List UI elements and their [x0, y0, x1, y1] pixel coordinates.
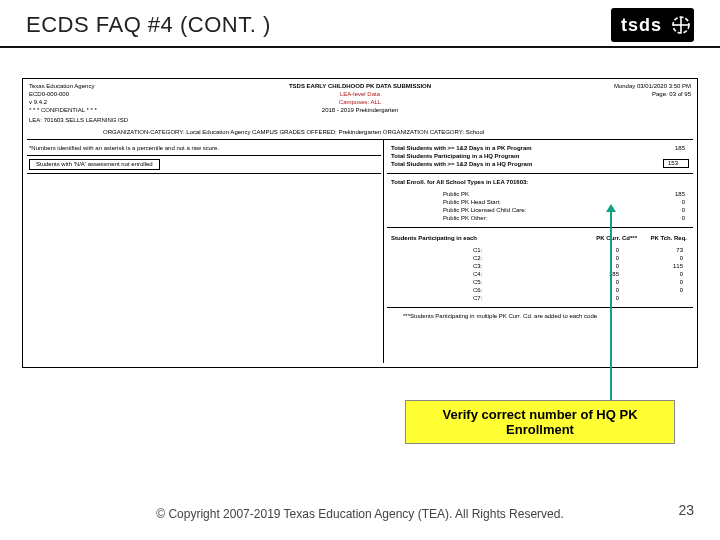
- col-header-1: PK Curr. Cd***: [596, 235, 637, 242]
- separator-2b: [27, 173, 381, 174]
- copyright-text: © Copyright 2007-2019 Texas Education Ag…: [0, 507, 720, 522]
- page-label: Page: 03 of 95: [652, 91, 691, 98]
- separator-3: [387, 173, 693, 174]
- enroll-title: Total Enroll. for All School Types in LE…: [391, 179, 528, 186]
- globe-icon: [668, 12, 694, 38]
- p-row-3-l: C4:: [473, 271, 482, 278]
- enroll-row-2-v: 0: [682, 207, 685, 214]
- enroll-row-0-v: 185: [675, 191, 685, 198]
- p-row-1-l: C2:: [473, 255, 482, 262]
- participating-footnote: ***Students Participating in multiple PK…: [403, 313, 597, 320]
- org-line: ORGANIZATION-CATEGORY: Local Education A…: [103, 129, 691, 136]
- tsds-logo: tsds: [611, 8, 694, 42]
- p-row-0-a: 0: [616, 247, 619, 254]
- p-row-4-b: 0: [680, 279, 683, 286]
- p-row-2-b: 115: [673, 263, 683, 270]
- p-row-4-a: 0: [616, 279, 619, 286]
- slide-title: ECDS FAQ #4 (CONT. ): [26, 12, 271, 38]
- separator-4: [387, 227, 693, 228]
- p-row-6-l: C7:: [473, 295, 482, 302]
- p-row-1-a: 0: [616, 255, 619, 262]
- p-row-5-b: 0: [680, 287, 683, 294]
- highlighted-value: 153: [663, 159, 689, 168]
- enroll-row-1-v: 0: [682, 199, 685, 206]
- lea-line: LEA: 701603 SELLS LEARNING ISD: [29, 117, 128, 124]
- note-na-box: Students with 'N/A' assessment not enrol…: [29, 159, 160, 170]
- separator-1: [27, 139, 693, 140]
- enroll-row-3-l: Public PK Other:: [443, 215, 487, 222]
- enroll-row-0-l: Public PK: [443, 191, 469, 198]
- p-row-6-a: 0: [616, 295, 619, 302]
- total-val-3-box: 153: [663, 159, 689, 168]
- p-row-3-b: 0: [680, 271, 683, 278]
- total-line-3: Total Students with >= 1&2 Days in a HQ …: [391, 161, 532, 168]
- p-row-0-l: C1:: [473, 247, 482, 254]
- enroll-row-2-l: Public PK Licensed Child Care:: [443, 207, 526, 214]
- datetime-label: Monday 03/01/2020 3:50 PM: [614, 83, 691, 90]
- vertical-divider: [383, 139, 384, 363]
- participating-title: Students Participating in each: [391, 235, 477, 242]
- note-percentile: *Numbers identified with an asterisk is …: [29, 145, 219, 152]
- total-line-1: Total Students with >= 1&2 Days in a PK …: [391, 145, 532, 152]
- page-number: 23: [678, 502, 694, 518]
- year-label: 2018 - 2019 Prekindergarten: [23, 107, 697, 114]
- enroll-row-3-v: 0: [682, 215, 685, 222]
- callout-arrow: [610, 212, 612, 400]
- p-row-0-b: 73: [676, 247, 683, 254]
- separator-2a: [27, 155, 381, 156]
- lea-level-label: LEA-level Data: [23, 91, 697, 98]
- report-preview: Texas Education Agency ECD0-000-000 v 9.…: [22, 78, 698, 368]
- report-title: TSDS EARLY CHILDHOOD PK DATA SUBMISSION: [23, 83, 697, 90]
- p-row-2-a: 0: [616, 263, 619, 270]
- separator-5: [387, 307, 693, 308]
- total-val-1: 185: [675, 145, 685, 152]
- p-row-5-l: C6:: [473, 287, 482, 294]
- enroll-row-1-l: Public PK Head Start:: [443, 199, 501, 206]
- callout-box: Verify correct number of HQ PK Enrollmen…: [405, 400, 675, 444]
- p-row-5-a: 0: [616, 287, 619, 294]
- logo-text: tsds: [611, 15, 668, 36]
- p-row-2-l: C3:: [473, 263, 482, 270]
- col-header-2: PK Tch. Req.: [650, 235, 687, 242]
- title-bar: ECDS FAQ #4 (CONT. ) tsds: [0, 0, 720, 48]
- slide: ECDS FAQ #4 (CONT. ) tsds Texas Educatio…: [0, 0, 720, 540]
- campuses-label: Campuses: ALL: [23, 99, 697, 106]
- p-row-1-b: 0: [680, 255, 683, 262]
- total-line-2: Total Students Participating in a HQ Pro…: [391, 153, 519, 160]
- p-row-4-l: C5:: [473, 279, 482, 286]
